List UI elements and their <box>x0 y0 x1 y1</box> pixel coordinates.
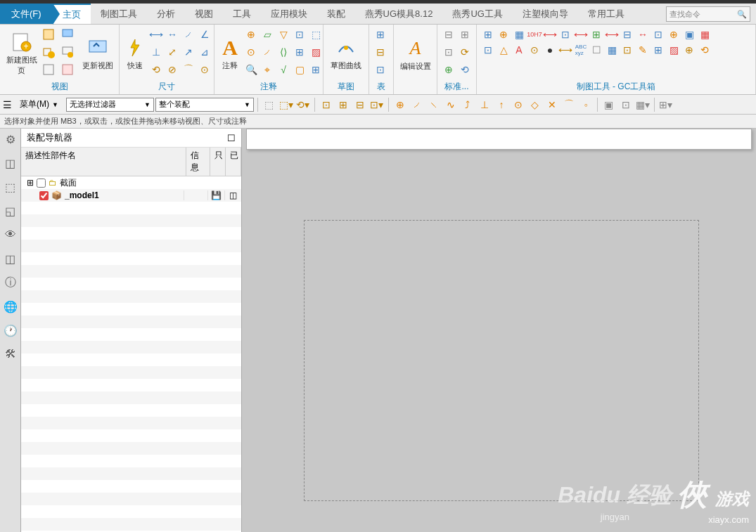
rail-info-icon[interactable]: ⓘ <box>3 275 18 290</box>
view-icon-5[interactable] <box>41 63 56 77</box>
tb-snap-line2[interactable]: ⟍ <box>426 97 442 112</box>
view-icon-2[interactable] <box>60 27 75 41</box>
update-view-button[interactable]: 更新视图 <box>80 27 115 79</box>
canvas[interactable]: Baidu 经验 俠 游戏 xiayx.com jingyan <box>242 129 756 532</box>
std-icon-2[interactable]: ⊞ <box>458 27 472 41</box>
save-icon[interactable]: 💾 <box>207 190 224 200</box>
section-checkbox[interactable] <box>37 179 46 188</box>
std-icon-6[interactable]: ⟲ <box>458 63 472 77</box>
ann-icon-9[interactable]: ⊞ <box>293 45 307 59</box>
view-icon-1[interactable] <box>41 27 56 41</box>
rail-camera-icon[interactable]: ◫ <box>3 251 18 266</box>
gc-icon-2[interactable]: ⊕ <box>496 27 511 41</box>
gc-icon-6[interactable]: ⊡ <box>558 27 572 41</box>
gc-icon-11[interactable]: ↔ <box>636 27 650 41</box>
new-sheet-button[interactable]: + 新建图纸页 <box>4 27 39 79</box>
gc-icon-5[interactable]: ⟷ <box>543 27 557 41</box>
gc-icon-9[interactable]: ⟷ <box>605 27 619 41</box>
fast-button[interactable]: 快速 <box>124 27 146 79</box>
tab-assembly[interactable]: 装配 <box>317 4 355 24</box>
tb-snap-arc[interactable]: ⌒ <box>561 97 577 112</box>
gc-icon-23[interactable]: ☐ <box>589 43 603 57</box>
dim-icon-7[interactable]: ↗ <box>181 45 196 59</box>
tb-icon-sel3[interactable]: ⊟ <box>352 97 368 112</box>
view-icon-6[interactable] <box>60 63 75 77</box>
gc-icon-27[interactable]: ⊞ <box>651 43 665 57</box>
dim-icon-9[interactable]: ⟲ <box>149 63 163 77</box>
tb-icon-sel2[interactable]: ⊞ <box>335 97 351 112</box>
ann-icon-12[interactable]: ⌖ <box>260 63 274 77</box>
tab-app-module[interactable]: 应用模块 <box>261 4 317 24</box>
rail-eye-icon[interactable]: 👁 <box>3 227 18 242</box>
gc-icon-3[interactable]: ▦ <box>512 27 526 41</box>
status-icon[interactable]: ◫ <box>224 190 241 200</box>
table-icon-2[interactable]: ⊟ <box>373 45 387 59</box>
table-icon-1[interactable]: ⊞ <box>373 27 387 41</box>
tab-yx-mold[interactable]: 燕秀UG模具8.12 <box>355 4 443 24</box>
rail-web-icon[interactable]: 🌐 <box>3 299 18 314</box>
col-only[interactable]: 只 <box>210 148 226 176</box>
canvas-tab-strip[interactable] <box>246 129 752 150</box>
tree-row-model[interactable]: 📦 _model1 💾 ◫ <box>21 189 241 202</box>
gc-icon-14[interactable]: ▣ <box>682 27 696 41</box>
gc-icon-1[interactable]: ⊞ <box>481 27 495 41</box>
dim-icon-10[interactable]: ⊘ <box>165 63 179 77</box>
dim-icon-3[interactable]: ⟋ <box>181 27 196 41</box>
edit-settings-button[interactable]: A 编辑设置 <box>398 27 433 82</box>
gc-icon-21[interactable]: ⟷ <box>558 43 572 57</box>
gc-icon-26[interactable]: ✎ <box>636 43 650 57</box>
dim-icon-2[interactable]: ↔ <box>165 27 179 41</box>
rail-sheet-icon[interactable]: ◱ <box>3 203 18 219</box>
col-name[interactable]: 描述性部件名 <box>21 148 186 176</box>
tb-snap-quad[interactable]: ◇ <box>527 97 543 112</box>
dim-icon-11[interactable]: ⌒ <box>181 63 196 77</box>
dim-icon-8[interactable]: ⊿ <box>198 45 212 59</box>
tab-view[interactable]: 视图 <box>185 4 223 24</box>
tb-snap-cross[interactable]: ✕ <box>544 97 560 112</box>
gc-icon-12[interactable]: ⊡ <box>651 27 665 41</box>
tb-snap-perp[interactable]: ⊥ <box>477 97 492 112</box>
tb-icon-sel4[interactable]: ⊡▾ <box>369 97 385 112</box>
ann-icon-7[interactable]: ⟋ <box>260 45 274 59</box>
tb-snap-tangent[interactable]: ⤴ <box>460 97 475 112</box>
ann-icon-15[interactable]: ⊞ <box>309 63 323 77</box>
tb-disp-1[interactable]: ▣ <box>601 97 617 112</box>
dim-icon-12[interactable]: ⊙ <box>198 63 212 77</box>
view-icon-4[interactable] <box>60 45 75 59</box>
tb-snap-end[interactable]: ◦ <box>578 97 594 112</box>
ann-icon-6[interactable]: ⊙ <box>244 45 258 59</box>
gc-icon-18[interactable]: A <box>512 43 526 57</box>
ann-icon-4[interactable]: ⊡ <box>293 27 307 41</box>
gc-icon-4[interactable]: 10H7 <box>527 27 542 41</box>
tb-disp-4[interactable]: ⊞▾ <box>658 97 674 112</box>
std-icon-1[interactable]: ⊟ <box>442 27 456 41</box>
gc-icon-25[interactable]: ⊡ <box>620 43 634 57</box>
dim-icon-1[interactable]: ⟷ <box>149 27 163 41</box>
rail-part-icon[interactable]: ◫ <box>3 155 18 171</box>
gc-icon-7[interactable]: ⟷ <box>574 27 588 41</box>
tb-icon-box[interactable]: ⬚ <box>262 97 277 112</box>
tab-yx-tools[interactable]: 燕秀UG工具 <box>442 4 513 24</box>
tb-snap-circle[interactable]: ⊙ <box>511 97 526 112</box>
gc-icon-22[interactable]: ABCxyz <box>574 43 588 57</box>
rail-settings-icon[interactable]: ⚙ <box>3 131 18 147</box>
command-search[interactable]: 查找命令 🔍 <box>666 6 750 22</box>
tb-icon-lasso[interactable]: ⟲▾ <box>295 97 311 112</box>
rail-tools-icon[interactable]: 🛠 <box>3 346 18 362</box>
tb-snap-line1[interactable]: ⟋ <box>409 97 425 112</box>
model-checkbox[interactable] <box>39 191 49 200</box>
col-info[interactable]: 信息 <box>186 148 210 176</box>
view-icon-3[interactable] <box>41 45 56 59</box>
gc-icon-13[interactable]: ⊕ <box>667 27 681 41</box>
annotate-button[interactable]: A 注释 <box>219 27 241 79</box>
gc-icon-16[interactable]: ⊡ <box>481 43 495 57</box>
tb-icon-cursor[interactable]: ⬚▾ <box>278 97 294 112</box>
tree-row-section[interactable]: ⊞ 🗀 截面 <box>21 176 241 189</box>
file-menu[interactable]: 文件(F) <box>0 4 53 24</box>
ann-icon-11[interactable]: 🔍 <box>244 63 258 77</box>
ann-icon-10[interactable]: ▨ <box>309 45 323 59</box>
tb-snap-curve[interactable]: ∿ <box>443 97 459 112</box>
ann-icon-13[interactable]: √ <box>276 63 290 77</box>
gc-icon-24[interactable]: ▦ <box>605 43 619 57</box>
menu-button[interactable]: 菜单(M) ▼ <box>13 96 65 112</box>
